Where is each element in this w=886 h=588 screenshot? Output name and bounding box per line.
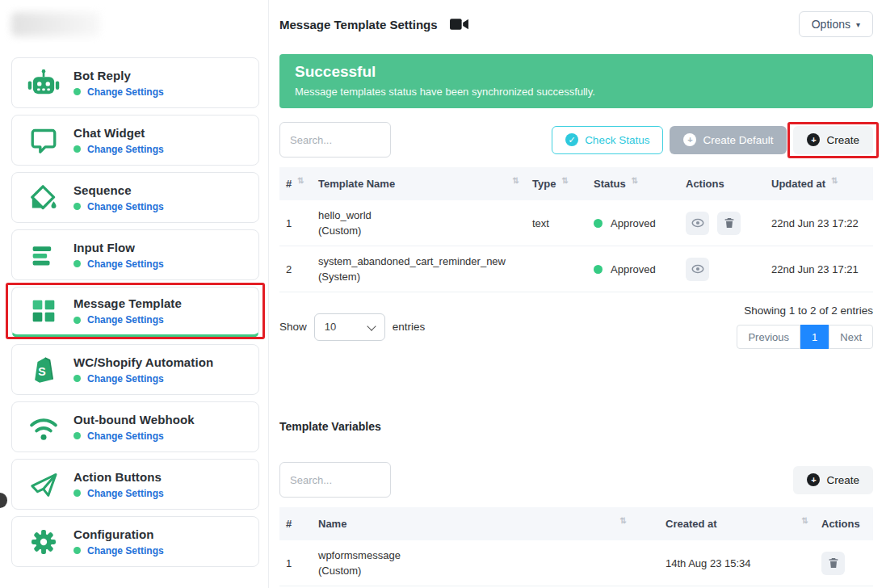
gear-icon <box>27 525 61 559</box>
alert-message: Message templates status have been synch… <box>295 86 858 98</box>
sort-icon[interactable]: ⇅ <box>831 176 838 185</box>
paint-bucket-icon <box>27 181 61 215</box>
status-dot <box>73 203 81 210</box>
main-content: Message Template Settings Options ▾ Succ… <box>269 0 886 588</box>
status-badge: Approved <box>611 263 656 275</box>
grid-icon <box>27 294 61 328</box>
col-created-at[interactable]: Created at <box>666 518 717 530</box>
col-template-name[interactable]: Template Name <box>318 178 395 190</box>
sort-icon[interactable]: ⇅ <box>620 516 627 525</box>
change-settings-link[interactable]: Change Settings <box>87 314 164 326</box>
template-variant: (Custom) <box>318 223 372 239</box>
entries-label: entries <box>393 321 426 333</box>
view-button[interactable] <box>686 258 709 281</box>
check-status-button[interactable]: ✓ Check Status <box>552 126 663 154</box>
created-at: 14th Aug 23 15:34 <box>666 557 751 569</box>
col-name[interactable]: Name <box>318 518 346 530</box>
templates-table: #⇅ Template Name⇅ Type⇅ Status⇅ Actions … <box>279 167 873 292</box>
change-settings-link[interactable]: Change Settings <box>87 373 164 384</box>
chevron-down-icon <box>367 321 376 330</box>
col-index[interactable]: # <box>286 178 292 190</box>
sidebar-item-wc-shopify-automation[interactable]: S WC/Shopify Automation Change Settings <box>11 344 259 395</box>
template-name: hello_world <box>318 208 372 224</box>
caret-down-icon: ▾ <box>856 20 860 29</box>
options-label: Options <box>812 18 850 31</box>
sidebar-item-label: Bot Reply <box>73 69 164 82</box>
change-settings-link[interactable]: Change Settings <box>87 488 164 499</box>
create-variable-button[interactable]: + Create <box>793 466 873 494</box>
change-settings-link[interactable]: Change Settings <box>87 430 164 442</box>
template-name: system_abandoned_cart_reminder_new <box>318 254 506 270</box>
updated-at: 22nd Jun 23 17:22 <box>771 217 859 229</box>
col-updated-at[interactable]: Updated at <box>771 178 825 190</box>
sidebar-item-label: Action Buttons <box>73 470 164 484</box>
col-type[interactable]: Type <box>532 178 556 190</box>
plus-circle-icon: + <box>807 133 820 146</box>
change-settings-link[interactable]: Change Settings <box>87 86 164 98</box>
sort-icon[interactable]: ⇅ <box>297 176 304 185</box>
variable-row: 1 wpformsmessage(Custom) 14th Aug 23 15:… <box>279 540 873 586</box>
create-button[interactable]: + Create <box>793 126 873 154</box>
show-label: Show <box>279 321 307 333</box>
sidebar-item-sequence[interactable]: Sequence Change Settings <box>11 172 259 223</box>
chat-bubble-icon <box>27 124 61 158</box>
row-index: 2 <box>286 263 292 275</box>
page-1-button[interactable]: 1 <box>800 325 829 349</box>
sort-icon[interactable]: ⇅ <box>802 516 808 525</box>
svg-text:S: S <box>38 364 45 377</box>
template-variables-title: Template Variables <box>279 420 873 433</box>
updated-at: 22nd Jun 23 17:21 <box>771 263 859 275</box>
status-dot <box>594 219 603 228</box>
variables-search-input[interactable] <box>279 462 391 498</box>
sidebar-item-chat-widget[interactable]: Chat Widget Change Settings <box>11 115 259 166</box>
status-dot <box>73 547 81 554</box>
sidebar-item-label: Chat Widget <box>73 126 164 140</box>
row-index: 1 <box>286 217 292 229</box>
change-settings-link[interactable]: Change Settings <box>87 545 164 556</box>
change-settings-link[interactable]: Change Settings <box>87 201 164 212</box>
sort-icon[interactable]: ⇅ <box>632 176 638 185</box>
change-settings-link[interactable]: Change Settings <box>87 144 164 155</box>
options-button[interactable]: Options ▾ <box>799 11 873 37</box>
status-dot <box>73 260 81 267</box>
bars-icon <box>27 238 61 272</box>
next-page-button[interactable]: Next <box>829 325 873 349</box>
alert-title: Successful <box>295 63 858 81</box>
variable-name: wpformsmessage <box>318 548 401 564</box>
variable-variant: (Custom) <box>318 563 401 579</box>
check-status-label: Check Status <box>585 134 649 146</box>
sidebar-item-outbound-webhook[interactable]: Out-bound Webhook Change Settings <box>11 401 259 452</box>
delete-button[interactable] <box>717 212 741 235</box>
sidebar-item-label: WC/Shopify Automation <box>73 355 213 369</box>
sort-icon[interactable]: ⇅ <box>513 176 519 185</box>
template-variant: (System) <box>318 269 506 285</box>
col-index: # <box>286 518 292 530</box>
col-actions: Actions <box>821 518 860 530</box>
sort-icon[interactable]: ⇅ <box>561 176 568 185</box>
previous-page-button[interactable]: Previous <box>737 325 800 349</box>
col-status[interactable]: Status <box>594 178 626 190</box>
app-window: Bot Reply Change Settings Chat Widget Ch… <box>0 0 886 588</box>
view-button[interactable] <box>686 212 709 235</box>
robot-icon <box>27 66 61 100</box>
delete-button[interactable] <box>821 552 845 575</box>
create-variable-label: Create <box>826 474 859 486</box>
status-badge: Approved <box>611 217 656 229</box>
row-index: 1 <box>286 557 292 569</box>
sidebar-item-message-template[interactable]: Message Template Change Settings <box>11 287 259 338</box>
col-actions: Actions <box>686 178 724 190</box>
templates-search-input[interactable] <box>279 122 391 158</box>
create-label: Create <box>826 134 859 146</box>
sidebar-item-action-buttons[interactable]: Action Buttons Change Settings <box>11 459 259 510</box>
page-size-select[interactable]: 10 <box>314 313 385 341</box>
status-dot <box>73 432 81 439</box>
video-tutorial-icon[interactable] <box>449 18 469 31</box>
sidebar-item-label: Message Template <box>73 296 182 310</box>
sidebar-item-bot-reply[interactable]: Bot Reply Change Settings <box>11 57 259 108</box>
sidebar-item-configuration[interactable]: Configuration Change Settings <box>11 516 259 567</box>
variables-table-header: # Name⇅ Created at⇅ Actions <box>279 507 873 540</box>
change-settings-link[interactable]: Change Settings <box>87 258 164 270</box>
sidebar-item-input-flow[interactable]: Input Flow Change Settings <box>11 229 259 280</box>
create-default-button[interactable]: + Create Default <box>670 126 787 154</box>
settings-sidebar: Bot Reply Change Settings Chat Widget Ch… <box>0 0 269 588</box>
